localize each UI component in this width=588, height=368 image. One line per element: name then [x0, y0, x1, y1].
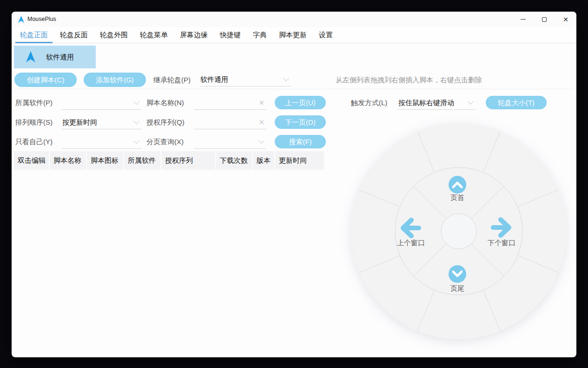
close-button[interactable]: ✕ — [555, 12, 576, 27]
wheel-segment-top-label[interactable]: 页首 — [434, 194, 481, 202]
trigger-mode-select[interactable]: 按住鼠标右键滑动 — [397, 96, 476, 110]
wheel-segment-right-label[interactable]: 下个窗口 — [478, 239, 525, 248]
col-script-name[interactable]: 脚本名称 — [50, 151, 87, 170]
window-controls: ✕ — [512, 12, 576, 27]
clear-icon[interactable]: ✕ — [258, 98, 264, 108]
inherit-wheel-select[interactable]: 软件通用 — [199, 73, 291, 87]
tab-settings[interactable]: 设置 — [313, 27, 339, 43]
chevron-up-circle-icon[interactable] — [449, 176, 466, 194]
create-script-button[interactable]: 创建脚本(C) — [14, 73, 77, 87]
sort-order-select[interactable]: 按更新时间 — [61, 115, 141, 129]
tab-wheel-back[interactable]: 轮盘反面 — [54, 27, 94, 43]
col-version[interactable]: 版本 — [253, 151, 275, 170]
add-software-button[interactable]: 添加软件(G) — [84, 73, 146, 87]
next-page-button[interactable]: 下一页(D) — [275, 115, 326, 129]
minimize-button[interactable] — [512, 12, 534, 27]
chevron-down-icon — [133, 99, 139, 105]
desktop-background: MousePlus ✕ 轮盘正面 轮盘反面 轮盘外围 轮盘菜单 屏幕边缘 快捷键… — [0, 0, 588, 368]
tab-hotkeys[interactable]: 快捷键 — [214, 27, 247, 43]
chevron-down-icon — [468, 99, 474, 105]
search-button[interactable]: 搜索(F) — [275, 135, 326, 148]
owner-software-select[interactable] — [61, 96, 141, 110]
table-header-row: 双击编辑 脚本名称 脚本图标 所属软件 授权序列 下载次数 版本 更新时间 — [14, 151, 325, 170]
col-license-serial[interactable]: 授权序列 — [161, 151, 216, 170]
trigger-mode-label: 触发方式(L) — [351, 96, 387, 110]
tab-screen-edge[interactable]: 屏幕边缘 — [174, 27, 214, 43]
chevron-down-circle-icon[interactable] — [449, 265, 466, 283]
col-script-icon[interactable]: 脚本图标 — [87, 151, 124, 170]
clear-icon[interactable]: ✕ — [258, 117, 264, 127]
col-download-count[interactable]: 下载次数 — [216, 151, 253, 170]
page-query-label: 分页查询(X) — [146, 135, 184, 149]
tab-bar: 轮盘正面 轮盘反面 轮盘外围 轮盘菜单 屏幕边缘 快捷键 字典 脚本更新 设置 — [12, 27, 576, 43]
script-name-input[interactable]: ✕ — [194, 96, 266, 110]
drag-hint-text: 从左侧列表拖拽到右侧插入脚本，右键点击删除 — [336, 73, 482, 87]
license-serial-label: 授权序列(Q) — [146, 115, 185, 129]
close-icon: ✕ — [563, 16, 568, 23]
wheel-item-icon — [26, 51, 35, 62]
maximize-button[interactable] — [534, 12, 555, 27]
wheel-segment-left-label[interactable]: 上个窗口 — [388, 239, 434, 248]
maximize-icon — [542, 17, 547, 22]
chevron-down-icon — [258, 138, 264, 144]
tab-wheel-outer[interactable]: 轮盘外围 — [94, 27, 134, 43]
tab-dictionary[interactable]: 字典 — [247, 27, 273, 43]
wheel-size-button[interactable]: 轮盘大小(T) — [486, 96, 547, 109]
wheel-hub[interactable] — [441, 214, 476, 249]
page-query-select[interactable] — [194, 135, 266, 149]
only-mine-select[interactable] — [61, 135, 141, 149]
inherit-wheel-label: 继承轮盘(P) — [153, 73, 191, 87]
wheel-item-label: 软件通用 — [46, 46, 74, 68]
col-update-time[interactable]: 更新时间 — [275, 151, 325, 170]
license-serial-input[interactable]: ✕ — [194, 115, 266, 129]
script-name-label: 脚本名称(N) — [146, 96, 184, 110]
wheel-segment-bottom-label[interactable]: 页尾 — [434, 284, 481, 293]
app-title: MousePlus — [27, 12, 56, 27]
inherit-wheel-value: 软件通用 — [200, 73, 281, 86]
tab-wheel-front[interactable]: 轮盘正面 — [14, 27, 54, 43]
trigger-mode-value: 按住鼠标右键滑动 — [398, 96, 465, 109]
wheel-preview[interactable] — [350, 122, 568, 341]
tab-wheel-menu[interactable]: 轮盘菜单 — [134, 27, 174, 43]
toolbar-separator — [13, 89, 574, 89]
only-mine-label: 只看自己(Y) — [15, 135, 53, 149]
col-owner-software[interactable]: 所属软件 — [124, 151, 161, 170]
chevron-down-icon — [133, 118, 139, 124]
tab-script-update[interactable]: 脚本更新 — [273, 27, 313, 43]
col-double-click-edit[interactable]: 双击编辑 — [14, 151, 50, 170]
minimize-icon — [521, 19, 526, 20]
chevron-down-icon — [283, 75, 289, 81]
chevron-down-icon — [133, 138, 139, 144]
list-item-software-general[interactable]: 软件通用 — [14, 46, 96, 68]
app-window: MousePlus ✕ 轮盘正面 轮盘反面 轮盘外围 轮盘菜单 屏幕边缘 快捷键… — [12, 12, 576, 357]
owner-software-label: 所属软件(P) — [15, 96, 53, 110]
sort-order-label: 排列顺序(S) — [15, 115, 53, 129]
prev-page-button[interactable]: 上一页(U) — [275, 96, 326, 109]
app-logo-icon — [18, 16, 24, 23]
title-bar[interactable]: MousePlus ✕ — [12, 12, 576, 27]
sort-order-value: 按更新时间 — [62, 115, 131, 129]
